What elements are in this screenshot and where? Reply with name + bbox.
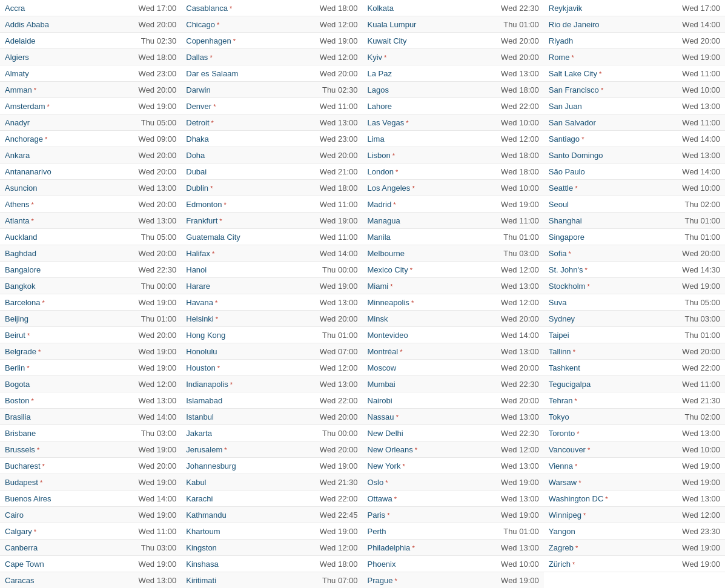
city-link[interactable]: Zagreb * [549,543,578,552]
city-name[interactable]: Taipei [549,331,666,340]
city-link[interactable]: Montréal * [368,347,403,356]
city-link[interactable]: Minsk [368,314,388,323]
city-name[interactable]: Nassau * [368,412,485,421]
city-name[interactable]: Singapore [549,233,666,242]
city-link[interactable]: Nairobi [368,396,392,405]
city-link[interactable]: Kolkata [368,4,394,13]
city-name[interactable]: London * [368,167,485,176]
city-name[interactable]: Phoenix [368,560,485,569]
city-link[interactable]: Ottawa * [368,494,397,503]
city-link[interactable]: Shanghai [549,216,582,225]
city-link[interactable]: Lima [368,134,385,144]
city-link[interactable]: Islamabad [186,396,222,405]
city-name[interactable]: Harare [186,282,303,291]
city-name[interactable]: Brasilia [5,412,122,421]
city-link[interactable]: Las Vegas * [368,118,409,127]
city-link[interactable]: Guatemala City [186,233,240,242]
city-name[interactable]: Zagreb * [549,543,666,552]
city-link[interactable]: Athens * [5,200,34,209]
city-link[interactable]: San Salvador [549,118,596,127]
city-link[interactable]: Antananarivo [5,167,51,176]
city-link[interactable]: Jerusalem * [186,445,227,454]
city-link[interactable]: Amman * [5,85,36,94]
city-name[interactable]: Prague * [368,576,485,585]
city-link[interactable]: Addis Ababa [5,20,49,29]
city-name[interactable]: Caracas [5,576,122,585]
city-link[interactable]: Suva [549,298,567,307]
city-name[interactable]: Moscow [368,363,485,372]
city-link[interactable]: Dublin * [186,183,213,193]
city-name[interactable]: Darwin [186,85,303,94]
city-link[interactable]: Nassau * [368,412,399,421]
city-link[interactable]: Madrid * [368,200,396,209]
city-name[interactable]: Khartoum [186,527,303,536]
city-name[interactable]: Adelaide [5,36,122,45]
city-name[interactable]: Jerusalem * [186,445,303,454]
city-link[interactable]: Caracas [5,576,34,585]
city-name[interactable]: Beijing [5,314,122,323]
city-name[interactable]: Edmonton * [186,200,303,209]
city-name[interactable]: Kolkata [368,4,485,13]
city-name[interactable]: Tallinn * [549,347,666,356]
city-name[interactable]: Ankara [5,151,122,160]
city-link[interactable]: Berlin * [5,363,30,372]
city-name[interactable]: Miami * [368,282,485,291]
city-link[interactable]: Lisbon * [368,151,396,160]
city-link[interactable]: Tegucigalpa [549,380,591,389]
city-link[interactable]: Accra [5,4,25,13]
city-link[interactable]: Edmonton * [186,200,227,209]
city-link[interactable]: Melbourne [368,249,405,258]
city-name[interactable]: La Paz [368,69,485,78]
city-link[interactable]: Tehran * [549,396,577,405]
city-link[interactable]: Harare [186,282,210,291]
city-link[interactable]: New Delhi [368,429,403,438]
city-name[interactable]: Auckland [5,233,122,242]
city-name[interactable]: Montevideo [368,331,485,340]
city-name[interactable]: Lima [368,134,485,144]
city-name[interactable]: Salt Lake City * [549,69,666,78]
city-name[interactable]: Paris * [368,510,485,520]
city-link[interactable]: Canberra [5,543,38,552]
city-name[interactable]: St. John's * [549,265,666,274]
city-name[interactable]: Houston * [186,363,303,372]
city-link[interactable]: Singapore [549,233,584,242]
city-link[interactable]: Mexico City * [368,265,413,274]
city-link[interactable]: Anadyr [5,118,30,127]
city-name[interactable]: Baghdad [5,249,122,258]
city-link[interactable]: Frankfurt * [186,216,222,225]
city-link[interactable]: Copenhagen * [186,36,236,45]
city-name[interactable]: Santiago * [549,134,666,144]
city-name[interactable]: Kingston [186,543,303,552]
city-name[interactable]: Rome * [549,53,666,62]
city-link[interactable]: Zürich * [549,560,575,569]
city-link[interactable]: Indianapolis * [186,380,233,389]
city-link[interactable]: Salt Lake City * [549,69,602,78]
city-link[interactable]: Los Angeles * [368,183,415,193]
city-name[interactable]: New York * [368,461,485,471]
city-name[interactable]: Addis Ababa [5,20,122,29]
city-name[interactable]: Seattle * [549,183,666,193]
city-link[interactable]: Kathmandu [186,510,227,520]
city-name[interactable]: Havana * [186,298,303,307]
city-link[interactable]: Amsterdam * [5,102,50,111]
city-link[interactable]: Bogota [5,380,30,389]
city-link[interactable]: Denver * [186,102,216,111]
city-name[interactable]: Bucharest * [5,461,122,471]
city-name[interactable]: Mexico City * [368,265,485,274]
city-link[interactable]: Calgary * [5,527,36,536]
city-link[interactable]: Detroit * [186,118,214,127]
city-name[interactable]: Montréal * [368,347,485,356]
city-name[interactable]: San Juan [549,102,666,111]
city-name[interactable]: Kabul [186,478,303,487]
city-name[interactable]: Rio de Janeiro [549,20,666,29]
city-name[interactable]: Zürich * [549,560,666,569]
city-link[interactable]: Kyiv * [368,53,387,62]
city-link[interactable]: Santiago * [549,134,584,144]
city-name[interactable]: Washington DC * [549,494,666,503]
city-link[interactable]: Stockholm * [549,282,590,291]
city-name[interactable]: Yangon [549,527,666,536]
city-name[interactable]: Perth [368,527,485,536]
city-name[interactable]: Santo Domingo [549,151,666,160]
city-name[interactable]: Bangalore [5,265,122,274]
city-name[interactable]: Indianapolis * [186,380,303,389]
